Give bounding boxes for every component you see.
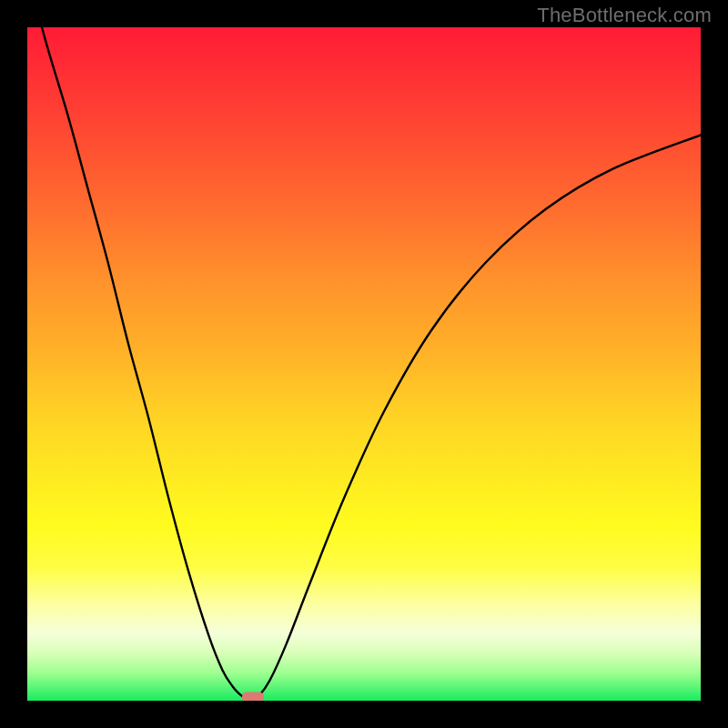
watermark-text: TheBottleneck.com bbox=[537, 4, 712, 27]
bottleneck-curve bbox=[27, 27, 701, 701]
curve-path bbox=[27, 27, 701, 701]
minimum-marker bbox=[242, 693, 264, 702]
plot-area bbox=[27, 27, 701, 701]
chart-stage: TheBottleneck.com bbox=[0, 0, 728, 728]
